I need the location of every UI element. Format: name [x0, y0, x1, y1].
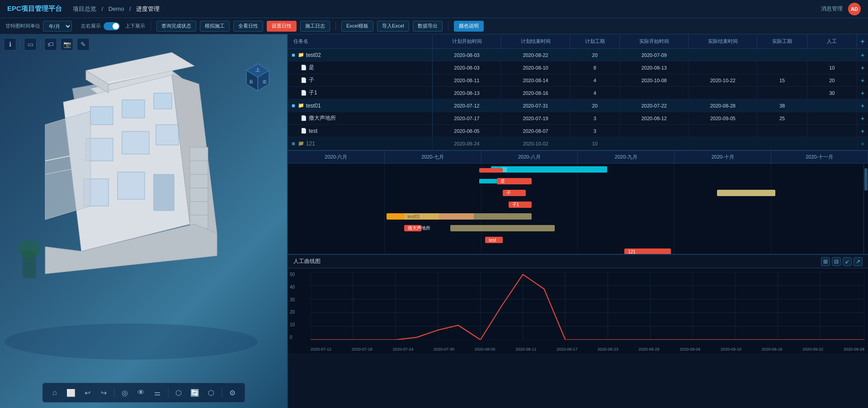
- svg-point-33: [18, 240, 41, 258]
- plan-end-test: 2020-08-07: [501, 125, 570, 137]
- folder-icon-test01: 📁: [298, 103, 304, 108]
- table-row: 📄 test 2020-08-05 2020-08-07 3 +: [288, 125, 868, 137]
- add-subtask-zi1[interactable]: +: [857, 87, 868, 99]
- simulate-construction-button[interactable]: 模拟施工: [200, 21, 230, 32]
- task-info-shi: 📄 是: [288, 61, 433, 74]
- set-date-button[interactable]: 设置日性: [267, 21, 297, 32]
- plan-dur-zi1: 4: [570, 87, 620, 99]
- add-column-button[interactable]: +: [857, 34, 868, 48]
- gantt-bar-zi1-plan[interactable]: 子1: [509, 202, 532, 208]
- breadcrumb-item-2[interactable]: Demo: [108, 5, 124, 12]
- add-subtask-sadss[interactable]: +: [857, 112, 868, 124]
- x-label-0811: 2020-08-11: [515, 347, 536, 352]
- add-subtask-test01[interactable]: +: [857, 99, 868, 112]
- bottom-view-toolbar: ⌂ ⬜ ↩ ↪ ◎ 👁 ⚌ ⬡ 🔄 ⬡ ⚙: [42, 383, 245, 403]
- home-view-button[interactable]: ⌂: [48, 386, 61, 399]
- gantt-bar-sadss-actual: [450, 225, 555, 231]
- x-label-0712: 2020-07-12: [311, 347, 331, 352]
- measure-button[interactable]: ▭: [24, 38, 37, 51]
- gantt-row-zi1: 子1: [288, 199, 868, 211]
- wireframe-button[interactable]: ⬜: [64, 386, 78, 399]
- add-subtask-121[interactable]: +: [857, 137, 868, 150]
- gantt-bar-test02-plan[interactable]: test02: [491, 166, 607, 173]
- y-label-0: 0: [290, 335, 295, 340]
- y-label-40: 40: [290, 285, 295, 290]
- import-excel-button[interactable]: 导入Excel: [377, 21, 409, 32]
- expand-icon-test02[interactable]: ■: [292, 52, 295, 58]
- add-subtask-zi[interactable]: +: [857, 74, 868, 86]
- labor-zoom-in-button[interactable]: ↗: [854, 257, 863, 266]
- screenshot-button[interactable]: 📷: [61, 38, 73, 51]
- breadcrumb-item-3[interactable]: 进度管理: [136, 5, 160, 12]
- add-subtask-test[interactable]: +: [857, 125, 868, 137]
- breadcrumb-item-1[interactable]: 项目总览: [73, 5, 96, 12]
- plan-start-test01: 2020-07-12: [433, 99, 501, 112]
- table-row: ■ 📁 121 2020-09-24 2020-10-02 10 +: [288, 137, 868, 150]
- avatar[interactable]: AD: [848, 3, 861, 15]
- box-button[interactable]: ⬡: [172, 386, 185, 399]
- bookmark-button[interactable]: 🏷: [44, 38, 57, 51]
- plan-end-shi: 2020-08-10: [501, 61, 570, 74]
- add-subtask-test02[interactable]: +: [857, 49, 868, 61]
- gantt-bar-shi-plan[interactable]: 是: [497, 178, 532, 184]
- gantt-scrollbar[interactable]: [863, 164, 868, 254]
- export-data-button[interactable]: 数据导出: [413, 21, 443, 32]
- add-subtask-shi[interactable]: +: [857, 61, 868, 74]
- task-dates-test02: 2020-08-03 2020-08-22 20 2020-07-09 +: [433, 49, 868, 61]
- expand-icon-121[interactable]: ■: [292, 140, 295, 147]
- time-unit-group: 甘特图时间单位 年/月 月/日 日/时: [5, 21, 72, 32]
- rotate-button[interactable]: 🔄: [188, 386, 202, 399]
- 3d-view-panel: ℹ ▭ 🏷 📷 ✎ 上 右 后: [0, 34, 287, 408]
- labor-test01: [807, 99, 857, 112]
- y-label-50: 50: [290, 272, 295, 277]
- redo-button[interactable]: ↪: [97, 386, 110, 399]
- color-legend-button[interactable]: 颜色说明: [454, 21, 484, 32]
- act-dur-test: [757, 125, 807, 137]
- section-button[interactable]: ⚌: [151, 386, 164, 399]
- labor-zoom-out-button[interactable]: ↙: [843, 257, 852, 266]
- col-act-end: 实际结束时间: [689, 34, 757, 48]
- act-start-zi: 2020-10-08: [620, 74, 689, 86]
- act-start-shi: 2020-08-13: [620, 61, 689, 74]
- gantt-row-test-sub: test: [288, 234, 868, 246]
- gantt-row-test01: test01: [288, 211, 868, 222]
- model-button[interactable]: ⬡: [204, 386, 218, 399]
- month-june: 2020-六月: [288, 151, 385, 163]
- plan-dur-121: 10: [570, 137, 620, 150]
- act-end-121: [689, 137, 757, 150]
- undo-button[interactable]: ↩: [80, 386, 94, 399]
- check-status-button[interactable]: 查询完成状态: [156, 21, 196, 32]
- table-row: ■ 📁 test01 2020-07-12 2020-07-31 20 2020…: [288, 99, 868, 112]
- messages-button[interactable]: 消息管理: [821, 5, 843, 13]
- breadcrumb: 项目总览 / Demo / 进度管理: [71, 5, 161, 13]
- plan-end-121: 2020-10-02: [501, 137, 570, 150]
- act-dur-121: [757, 137, 807, 150]
- gantt-bar-zi-plan[interactable]: 子: [503, 190, 526, 196]
- info-button[interactable]: ℹ: [4, 38, 16, 51]
- expand-icon-test01[interactable]: ■: [292, 102, 295, 109]
- left-right-label: 左右展示: [81, 23, 101, 29]
- task-info-test02: ■ 📁 test02: [288, 49, 433, 61]
- task-name-zi: 子: [309, 76, 314, 84]
- labor-collapse-button[interactable]: ⊟: [832, 257, 841, 266]
- plan-dur-test01: 20: [570, 99, 620, 112]
- left-right-toggle[interactable]: [104, 22, 120, 30]
- act-end-sadss: 2020-09-05: [689, 112, 757, 124]
- tool-divider-2: [40, 40, 41, 49]
- plan-end-test01: 2020-07-31: [501, 99, 570, 112]
- settings-button[interactable]: ⚙: [226, 386, 239, 399]
- x-label-0823: 2020-08-23: [598, 347, 618, 352]
- visibility-button[interactable]: 👁: [134, 386, 148, 399]
- construction-log-button[interactable]: 施工日志: [300, 21, 330, 32]
- all-view-button[interactable]: 全看日性: [233, 21, 263, 32]
- labor-expand-button[interactable]: ⊞: [821, 257, 830, 266]
- excel-template-button[interactable]: Excel模板: [341, 21, 373, 32]
- task-dates-sadss: 2020-07-17 2020-07-19 3 2020-08-12 2020-…: [433, 112, 868, 124]
- table-row: 📄 是 2020-08-03 2020-08-10 8 2020-08-13 1…: [288, 61, 868, 74]
- x-label-0910: 2020-09-10: [721, 347, 741, 352]
- edit-button[interactable]: ✎: [77, 38, 90, 51]
- task-name-test01: test01: [306, 103, 321, 109]
- gantt-scroll-thumb[interactable]: [864, 168, 868, 191]
- time-unit-select[interactable]: 年/月 月/日 日/时: [43, 21, 72, 32]
- target-button[interactable]: ◎: [118, 386, 132, 399]
